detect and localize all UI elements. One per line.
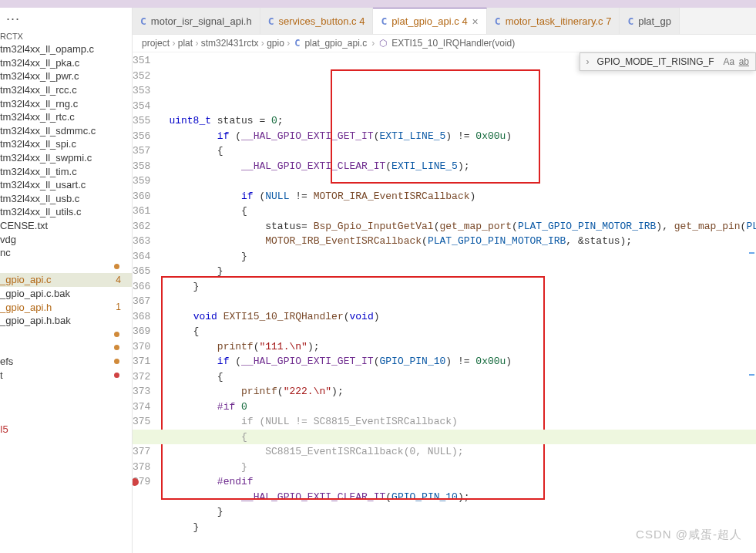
breadcrumb-part[interactable]: gpio bbox=[267, 38, 284, 49]
breadcrumb-symbol[interactable]: EXTI15_10_IRQHandler(void) bbox=[391, 38, 515, 49]
code-line[interactable]: #endif bbox=[169, 474, 756, 490]
file-tree: tm32l4xx_ll_opamp.ctm32l4xx_ll_pka.ctm32… bbox=[0, 42, 132, 553]
match-case-toggle[interactable]: Aa bbox=[724, 56, 735, 67]
file-tree-item[interactable]: tm32l4xx_ll_opamp.c bbox=[0, 42, 132, 56]
code-editor[interactable]: 3513523533543553563573583593603613623633… bbox=[133, 52, 756, 553]
code-line[interactable]: printf("222.\n"); bbox=[169, 384, 756, 400]
line-gutter: 3513523533543553563573583593603613623633… bbox=[133, 52, 169, 553]
code-line[interactable]: } bbox=[169, 249, 756, 265]
code-line[interactable]: if (__HAL_GPIO_EXTI_GET_IT(EXTI_LINE_5) … bbox=[169, 129, 756, 144]
code-line[interactable]: { bbox=[169, 369, 756, 385]
title-bar bbox=[0, 0, 756, 8]
editor-tab[interactable]: Cmotor_task_itinerary.c 7 bbox=[487, 8, 620, 34]
chevron-right-icon: › bbox=[371, 38, 375, 49]
file-tree-item[interactable]: tm32l4xx_ll_rcc.c bbox=[0, 83, 132, 97]
code-line[interactable]: __HAL_GPIO_EXTI_CLEAR_IT(EXTI_LINE_5); bbox=[169, 159, 756, 174]
code-line[interactable]: } bbox=[169, 264, 756, 279]
file-tree-item[interactable]: tm32l4xx_ll_tim.c bbox=[0, 164, 132, 178]
file-tree-item[interactable]: tm32l4xx_ll_swpmi.c bbox=[0, 151, 132, 165]
code-line[interactable]: } bbox=[169, 279, 756, 295]
file-tree-item[interactable] bbox=[0, 409, 132, 423]
code-line[interactable]: __HAL_GPIO_EXTI_CLEAR_IT(GPIO_PIN_10); bbox=[169, 490, 756, 505]
file-tree-item[interactable]: tm32l4xx_ll_utils.c bbox=[0, 205, 132, 219]
code-line[interactable]: { bbox=[169, 430, 756, 445]
code-line[interactable]: } bbox=[169, 460, 756, 475]
file-tree-item[interactable]: t bbox=[0, 368, 132, 382]
c-file-icon: C bbox=[627, 15, 633, 27]
file-tree-item[interactable]: tm32l4xx_ll_sdmmc.c bbox=[0, 124, 132, 138]
function-icon: ⬡ bbox=[379, 38, 387, 49]
code-line[interactable]: void EXTI15_10_IRQHandler(void) bbox=[169, 309, 756, 325]
file-tree-item[interactable]: tm32l4xx_ll_rng.c bbox=[0, 96, 132, 110]
file-tree-item[interactable]: tm32l4xx_ll_pka.c bbox=[0, 56, 132, 70]
file-tree-item[interactable]: tm32l4xx_ll_rtc.c bbox=[0, 110, 132, 124]
file-tree-item[interactable]: _gpio_api.c.bak bbox=[0, 287, 132, 301]
file-tree-item[interactable] bbox=[0, 260, 132, 274]
code-line[interactable]: } bbox=[169, 504, 756, 520]
code-area[interactable]: uint8_t status = 0; if (__HAL_GPIO_EXTI_… bbox=[169, 52, 756, 553]
c-file-icon: C bbox=[294, 38, 300, 49]
c-file-icon: C bbox=[140, 15, 146, 27]
code-line[interactable]: if (NULL != SC8815_EventISRCallback) bbox=[169, 414, 756, 430]
code-line[interactable]: { bbox=[169, 204, 756, 219]
file-tree-item[interactable]: CENSE.txt bbox=[0, 219, 132, 233]
find-widget[interactable]: › GPIO_MODE_IT_RISING_F Aa ab bbox=[580, 52, 756, 71]
editor-tab[interactable]: Cmotor_isr_signal_api.h bbox=[133, 8, 260, 34]
file-explorer: ··· RCTX tm32l4xx_ll_opamp.ctm32l4xx_ll_… bbox=[0, 8, 133, 553]
file-tree-item[interactable]: _gpio_api.h1 bbox=[0, 300, 132, 314]
file-tree-item[interactable]: tm32l4xx_ll_usb.c bbox=[0, 192, 132, 206]
editor-tab[interactable]: Cplat_gpio_api.c 4× bbox=[373, 8, 486, 34]
chevron-right-icon[interactable]: › bbox=[586, 56, 590, 67]
file-tree-item[interactable] bbox=[0, 341, 132, 355]
file-tree-item[interactable]: tm32l4xx_ll_pwr.c bbox=[0, 69, 132, 83]
file-tree-item[interactable]: _gpio_api.c4 bbox=[0, 273, 132, 287]
code-line[interactable]: SC8815_EventISRCallback(0, NULL); bbox=[169, 444, 756, 460]
c-file-icon: C bbox=[495, 15, 501, 27]
file-tree-item[interactable]: _gpio_api.h.bak bbox=[0, 314, 132, 328]
code-line[interactable]: MOTOR_IRB_EventISRCallback(PLAT_GPIO_PIN… bbox=[169, 234, 756, 249]
breadcrumb-part[interactable]: project bbox=[142, 38, 170, 49]
file-tree-item[interactable]: vdg bbox=[0, 232, 132, 246]
explorer-section[interactable]: RCTX bbox=[0, 30, 132, 42]
code-line[interactable]: #if 0 bbox=[169, 400, 756, 415]
overview-ruler[interactable] bbox=[748, 130, 756, 538]
code-line[interactable]: if (__HAL_GPIO_EXTI_GET_IT(GPIO_PIN_10) … bbox=[169, 354, 756, 369]
breadcrumb-part[interactable]: plat bbox=[178, 38, 193, 49]
code-line[interactable]: { bbox=[169, 324, 756, 339]
file-tree-item[interactable]: nc bbox=[0, 246, 132, 260]
editor-tab[interactable]: Cplat_gp bbox=[620, 8, 679, 34]
file-tree-item[interactable]: tm32l4xx_ll_spi.c bbox=[0, 137, 132, 151]
breadcrumb-part[interactable]: stm32l431rctx bbox=[201, 38, 259, 49]
editor-tab[interactable]: Cservices_button.c 4 bbox=[260, 8, 374, 34]
code-line[interactable]: { bbox=[169, 143, 756, 159]
search-input[interactable]: GPIO_MODE_IT_RISING_F bbox=[597, 56, 714, 67]
file-tree-item[interactable]: tm32l4xx_ll_usart.c bbox=[0, 178, 132, 192]
breadcrumb[interactable]: project › plat › stm32l431rctx › gpio › … bbox=[133, 35, 756, 52]
file-tree-item[interactable]: efs bbox=[0, 355, 132, 369]
file-tree-item[interactable] bbox=[0, 327, 132, 341]
file-tree-item[interactable] bbox=[0, 382, 132, 396]
breadcrumb-file[interactable]: plat_gpio_api.c bbox=[304, 38, 367, 49]
c-file-icon: C bbox=[381, 15, 387, 27]
code-line[interactable] bbox=[169, 294, 756, 309]
c-file-icon: C bbox=[268, 15, 274, 27]
code-line[interactable]: if (NULL != MOTOR_IRA_EventISRCallback) bbox=[169, 189, 756, 204]
close-icon[interactable]: × bbox=[472, 15, 479, 28]
code-line[interactable] bbox=[169, 174, 756, 189]
code-line[interactable]: } bbox=[169, 520, 756, 535]
editor-tabs: Cmotor_isr_signal_api.hCservices_button.… bbox=[133, 8, 756, 35]
more-icon[interactable]: ··· bbox=[6, 11, 20, 27]
match-word-toggle[interactable]: ab bbox=[739, 56, 749, 67]
code-line[interactable]: uint8_t status = 0; bbox=[169, 113, 756, 129]
code-line[interactable]: status= Bsp_Gpio_InputGetVal(get_map_por… bbox=[169, 219, 756, 234]
file-tree-item[interactable]: I5 bbox=[0, 423, 132, 437]
code-line[interactable]: printf("111.\n"); bbox=[169, 339, 756, 355]
file-tree-item[interactable] bbox=[0, 395, 132, 409]
code-line[interactable] bbox=[169, 534, 756, 550]
